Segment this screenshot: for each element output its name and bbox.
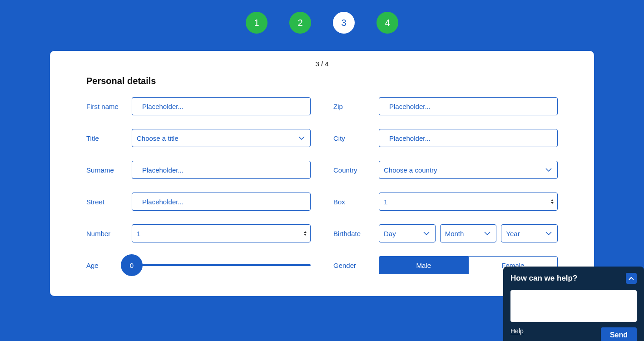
step-4[interactable]: 4 xyxy=(376,12,398,34)
step-1[interactable]: 1 xyxy=(246,12,268,34)
field-first-name: First name xyxy=(86,97,311,115)
gender-label: Gender xyxy=(333,262,379,269)
birthdate-year-select[interactable]: Year xyxy=(501,224,558,242)
zip-label: Zip xyxy=(333,103,379,110)
slider-thumb[interactable]: 0 xyxy=(121,254,143,276)
chat-help-link[interactable]: Help xyxy=(510,327,524,335)
step-2[interactable]: 2 xyxy=(289,12,311,34)
chat-title: How can we help? xyxy=(510,274,577,283)
surname-input[interactable] xyxy=(132,161,311,179)
gender-male-button[interactable]: Male xyxy=(379,256,468,274)
field-country: Country Choose a country xyxy=(333,161,558,179)
chevron-up-icon xyxy=(629,274,634,282)
form-column-right: Zip City Country Choose a country Box xyxy=(333,97,558,274)
field-title: Title Choose a title xyxy=(86,129,311,147)
country-select[interactable]: Choose a country xyxy=(379,161,558,179)
field-age: Age 0 xyxy=(86,256,311,274)
chevron-down-icon xyxy=(298,136,305,140)
title-select[interactable]: Choose a title xyxy=(132,129,311,147)
box-spinner xyxy=(551,199,554,204)
birthdate-month-value: Month xyxy=(445,230,464,237)
city-input[interactable] xyxy=(379,129,558,147)
birthdate-day-value: Day xyxy=(384,230,396,237)
field-zip: Zip xyxy=(333,97,558,115)
wizard-steps: 1 2 3 4 xyxy=(0,0,644,34)
box-spin-up[interactable] xyxy=(551,199,554,201)
box-input[interactable]: 1 xyxy=(379,193,558,211)
number-input[interactable]: 1 xyxy=(132,224,311,242)
box-spin-down[interactable] xyxy=(551,202,554,204)
number-spin-down[interactable] xyxy=(304,234,307,236)
city-label: City xyxy=(333,134,379,142)
number-label: Number xyxy=(86,230,132,237)
country-label: Country xyxy=(333,166,379,174)
field-city: City xyxy=(333,129,558,147)
step-3[interactable]: 3 xyxy=(333,12,355,34)
slider-track xyxy=(132,264,311,266)
zip-input[interactable] xyxy=(379,97,558,115)
page-counter: 3 / 4 xyxy=(86,60,558,68)
birthdate-month-select[interactable]: Month xyxy=(440,224,497,242)
form-card: 3 / 4 Personal details First name Title … xyxy=(50,51,594,296)
age-slider[interactable]: 0 xyxy=(121,256,311,274)
chat-send-button[interactable]: Send xyxy=(601,327,637,341)
chat-collapse-button[interactable] xyxy=(626,273,637,284)
help-chat-widget: How can we help? Help Send xyxy=(503,267,644,341)
field-number: Number 1 xyxy=(86,224,311,242)
birthdate-year-value: Year xyxy=(506,230,520,237)
chevron-down-icon xyxy=(423,232,430,235)
box-label: Box xyxy=(333,198,379,206)
chevron-down-icon xyxy=(545,232,552,235)
chevron-down-icon xyxy=(484,232,490,235)
box-value: 1 xyxy=(384,198,387,206)
number-spinner xyxy=(304,231,307,236)
field-box: Box 1 xyxy=(333,193,558,211)
number-value: 1 xyxy=(137,230,140,237)
field-surname: Surname xyxy=(86,161,311,179)
birthdate-label: Birthdate xyxy=(333,230,379,237)
age-label: Age xyxy=(86,262,121,269)
title-select-value: Choose a title xyxy=(137,134,178,142)
form-column-left: First name Title Choose a title Surname … xyxy=(86,97,311,274)
street-label: Street xyxy=(86,198,132,206)
field-street: Street xyxy=(86,193,311,211)
country-select-value: Choose a country xyxy=(384,166,437,174)
street-input[interactable] xyxy=(132,193,311,211)
birthdate-day-select[interactable]: Day xyxy=(379,224,436,242)
field-birthdate: Birthdate Day Month Year xyxy=(333,224,558,242)
section-title: Personal details xyxy=(86,76,558,86)
first-name-input[interactable] xyxy=(132,97,311,115)
number-spin-up[interactable] xyxy=(304,231,307,233)
first-name-label: First name xyxy=(86,103,132,110)
chevron-down-icon xyxy=(545,168,552,172)
chat-message-input[interactable] xyxy=(510,290,637,322)
title-label: Title xyxy=(86,134,132,142)
surname-label: Surname xyxy=(86,166,132,174)
